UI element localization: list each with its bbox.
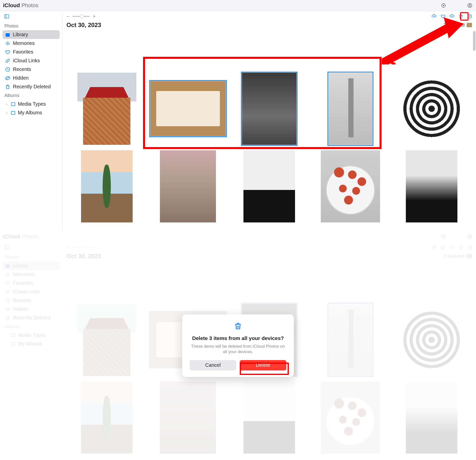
library-icon (5, 32, 10, 37)
eye-off-icon (5, 75, 10, 81)
photo-thumb-selected[interactable] (242, 73, 297, 145)
sidebar: Photos Library Memories Favorites iCloud… (0, 11, 62, 231)
download-icon[interactable] (449, 14, 455, 19)
zoom-control: − + (66, 14, 96, 19)
delete-modal: Delete 3 items from all your devices? Th… (182, 314, 294, 377)
date-heading: Oct 30, 2023 (66, 22, 101, 29)
album-media-types[interactable]: › Media Types (2, 100, 60, 108)
panel-bottom: iCloud Photos Photos Library Memories Fa… (0, 231, 476, 460)
modal-body: These items will be deleted from iCloud … (190, 343, 286, 354)
sidebar-item-memories[interactable]: Memories (2, 39, 60, 48)
app-body: Photos Library Memories Favorites iCloud… (0, 11, 476, 231)
svg-point-13 (469, 4, 471, 6)
photo-thumb[interactable] (81, 150, 133, 222)
photo-grid (62, 31, 476, 227)
link-icon (5, 58, 10, 63)
top-bar: iCloud Photos (0, 0, 476, 11)
sidebar-item-hidden[interactable]: Hidden (2, 74, 60, 82)
panel-top: iCloud Photos Photos Library Memories Fa… (0, 0, 476, 231)
memories-icon (5, 41, 10, 46)
sidebar-toggle-icon[interactable] (4, 14, 9, 19)
selection-info: 3 Selected (444, 23, 472, 28)
album-label: Media Types (18, 101, 46, 107)
album-icon (10, 101, 16, 107)
apps-grid-icon[interactable] (450, 3, 463, 8)
photo-thumb[interactable] (394, 73, 470, 145)
main: − + Oct 30, 2023 3 Selected (62, 11, 476, 231)
sidebar-item-label: Hidden (13, 75, 29, 81)
svg-rect-22 (11, 102, 15, 106)
selection-badge-icon[interactable] (467, 23, 472, 27)
zoom-out-icon[interactable]: − (66, 14, 70, 19)
topbar-actions (441, 3, 473, 8)
share-icon[interactable] (467, 14, 473, 19)
heart-icon (5, 49, 10, 55)
photo-thumb[interactable] (243, 150, 295, 222)
photo-thumb[interactable] (77, 73, 136, 145)
svg-rect-23 (11, 111, 15, 114)
photo-thumb[interactable] (406, 150, 457, 222)
sidebar-item-favorites[interactable]: Favorites (2, 48, 60, 56)
sidebar-item-recentlydeleted[interactable]: Recently Deleted (2, 82, 60, 91)
favorite-icon[interactable] (440, 14, 446, 19)
zoom-slider[interactable] (72, 16, 90, 17)
section-photos: Photos (4, 24, 60, 29)
selected-count: 3 Selected (444, 23, 465, 28)
svg-point-18 (7, 43, 8, 44)
account-icon[interactable] (467, 3, 473, 8)
svg-point-19 (6, 41, 10, 45)
main-toolbar: − + (62, 11, 476, 21)
sidebar-item-library[interactable]: Library (2, 30, 60, 39)
sidebar-item-icloudlinks[interactable]: iCloud Links (2, 56, 60, 65)
sidebar-item-recents[interactable]: Recents (2, 65, 60, 74)
delete-button[interactable] (458, 14, 464, 19)
album-icon (10, 110, 16, 116)
photo-thumb[interactable] (160, 150, 216, 222)
sidebar-item-label: Recently Deleted (13, 84, 51, 90)
sidebar-item-label: iCloud Links (13, 58, 40, 63)
header-row: Oct 30, 2023 3 Selected (62, 21, 476, 31)
photo-thumb-selected[interactable] (150, 81, 226, 136)
add-icon[interactable] (441, 3, 446, 8)
sidebar-item-label: Favorites (13, 49, 33, 55)
sidebar-item-label: Library (13, 32, 28, 37)
brand-light: Photos (21, 2, 38, 9)
album-my-albums[interactable]: › My Albums (2, 108, 60, 117)
zoom-in-icon[interactable]: + (92, 14, 96, 19)
photo-thumb-selected[interactable] (328, 73, 372, 145)
photo-thumb[interactable] (321, 150, 380, 222)
brand-strong: iCloud (3, 2, 20, 9)
svg-rect-16 (6, 33, 10, 36)
photo-actions (431, 14, 473, 19)
sidebar-item-label: Recents (13, 66, 31, 72)
album-label: My Albums (18, 110, 42, 116)
upload-icon[interactable] (431, 14, 437, 19)
clock-icon (5, 67, 10, 72)
trash-icon (5, 84, 10, 90)
chevron-right-icon: › (5, 111, 8, 115)
chevron-right-icon: › (5, 102, 8, 106)
modal-trash-icon (234, 322, 242, 330)
modal-title: Delete 3 items from all your devices? (190, 335, 286, 341)
svg-rect-14 (5, 15, 9, 18)
modal-delete-button[interactable]: Delete (240, 360, 286, 370)
brand: iCloud Photos (2, 2, 38, 9)
scrollbar[interactable] (473, 31, 476, 51)
section-albums: Albums (4, 93, 60, 98)
sidebar-item-label: Memories (13, 40, 35, 46)
modal-cancel-button[interactable]: Cancel (190, 360, 236, 370)
